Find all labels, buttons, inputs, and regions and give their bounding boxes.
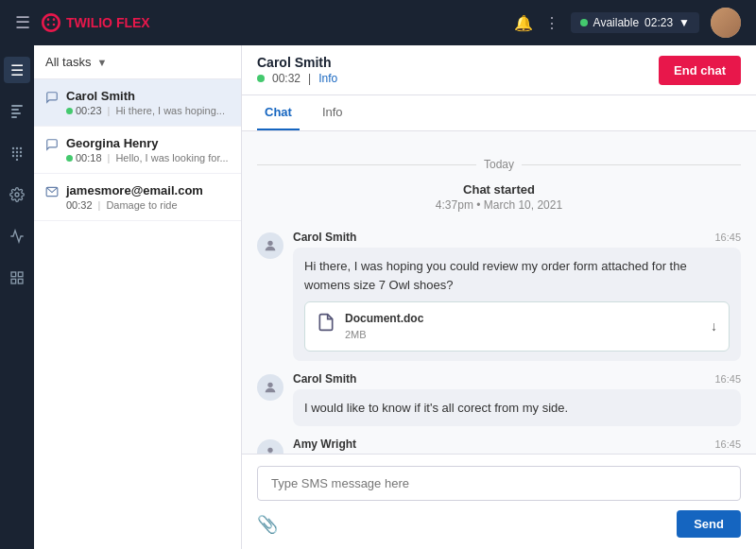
hamburger-icon[interactable]: ☰ xyxy=(15,12,30,33)
message-sender: Amy Wright xyxy=(293,437,356,451)
twilio-logo: TWILIO FLEX xyxy=(42,13,150,32)
svg-rect-0 xyxy=(11,105,23,107)
task-item-carol[interactable]: Carol Smith 00:23 | Hi there, I was hopi… xyxy=(34,79,241,127)
chat-header-meta: 00:32 | Info xyxy=(257,72,337,85)
message-time: 16:45 xyxy=(714,438,741,450)
chat-header: Carol Smith 00:32 | Info End chat xyxy=(242,45,756,95)
svg-rect-18 xyxy=(18,279,23,283)
message-content: Carol Smith 16:45 I would like to know i… xyxy=(293,372,741,427)
sidebar-item-dialpad[interactable] xyxy=(4,140,30,166)
chat-started: Chat started 4:37pm • March 10, 2021 xyxy=(257,182,741,212)
message-header: Carol Smith 16:45 xyxy=(293,231,741,244)
status-dot xyxy=(580,19,588,26)
svg-rect-16 xyxy=(18,272,23,277)
chevron-down-icon: ▼ xyxy=(679,16,690,29)
message-input[interactable] xyxy=(257,466,741,501)
svg-point-7 xyxy=(12,151,14,153)
chat-icon xyxy=(45,91,59,107)
header-separator: | xyxy=(308,72,311,85)
sidebar-item-contacts[interactable] xyxy=(4,98,30,125)
svg-point-8 xyxy=(16,151,18,153)
nav-right: 🔔 ⋮ Available 02:23 ▼ xyxy=(514,8,741,38)
chat-header-info: Carol Smith 00:32 | Info xyxy=(257,55,337,85)
task-item-james[interactable]: jamesmore@email.com 00:32 | Damage to ri… xyxy=(34,174,241,221)
task-meta: 00:18 | Hello, I was looking for... xyxy=(66,152,230,163)
svg-point-14 xyxy=(15,193,19,197)
svg-point-5 xyxy=(16,147,18,149)
message-row: Carol Smith 16:45 I would like to know i… xyxy=(257,372,741,427)
message-row: Carol Smith 16:45 Hi there, I was hoping… xyxy=(257,231,741,361)
sidebar-item-tasks[interactable]: ☰ xyxy=(4,57,30,83)
avatar xyxy=(257,439,284,454)
notification-icon[interactable]: 🔔 xyxy=(514,14,533,32)
chat-icon xyxy=(45,138,59,154)
tasks-panel: All tasks ▼ Carol Smith 00:23 | Hi there… xyxy=(34,45,242,549)
task-preview: Hello, I was looking for... xyxy=(115,152,228,163)
avatar xyxy=(257,232,284,259)
top-navigation: ☰ TWILIO FLEX 🔔 ⋮ Available 02:23 ▼ xyxy=(0,0,756,45)
avatar xyxy=(257,374,284,401)
tasks-header-title: All tasks xyxy=(45,55,91,69)
chat-input-area: 📎 Send xyxy=(242,454,756,549)
email-icon xyxy=(45,185,59,201)
task-item-georgina[interactable]: Georgina Henry 00:18 | Hello, I was look… xyxy=(34,127,241,174)
chat-panel: Carol Smith 00:32 | Info End chat Chat I… xyxy=(242,45,756,549)
file-name: Document.doc xyxy=(345,310,701,327)
task-meta: 00:23 | Hi there, I was hoping... xyxy=(66,105,230,116)
tab-info[interactable]: Info xyxy=(315,95,351,130)
task-meta: 00:32 | Damage to ride xyxy=(66,199,230,211)
svg-rect-1 xyxy=(11,109,19,111)
send-button[interactable]: Send xyxy=(677,510,741,538)
tasks-header: All tasks ▼ xyxy=(34,45,241,79)
status-dot xyxy=(257,75,265,82)
message-sender: Carol Smith xyxy=(293,372,356,386)
file-attachment: Document.doc 2MB ↓ xyxy=(304,301,730,352)
message-time: 16:45 xyxy=(714,373,741,385)
download-icon[interactable]: ↓ xyxy=(711,317,717,336)
separator: | xyxy=(98,199,101,211)
svg-rect-15 xyxy=(11,272,16,277)
task-timer: 00:18 xyxy=(66,152,102,163)
message-content: Amy Wright 16:45 Hi Carol,Thank you for … xyxy=(293,437,741,454)
task-preview: Hi there, I was hoping... xyxy=(115,105,225,116)
chat-input-actions: 📎 Send xyxy=(257,510,741,538)
main-content: ☰ All tasks ▼ Carol Smith xyxy=(0,45,756,549)
message-header: Carol Smith 16:45 xyxy=(293,372,741,386)
sidebar-item-activity[interactable] xyxy=(4,223,30,249)
chat-started-time: 4:37pm • March 10, 2021 xyxy=(257,198,741,212)
end-chat-button[interactable]: End chat xyxy=(659,56,741,85)
info-link[interactable]: Info xyxy=(318,72,337,85)
task-timer: 00:23 xyxy=(66,105,102,116)
status-badge[interactable]: Available 02:23 ▼ xyxy=(571,12,699,33)
file-info: Document.doc 2MB xyxy=(345,310,701,343)
header-timer: 00:32 xyxy=(272,72,301,85)
message-bubble: Hi there, I was hoping you could review … xyxy=(293,248,741,361)
message-sender: Carol Smith xyxy=(293,231,356,244)
message-time: 16:45 xyxy=(714,232,741,243)
nav-left: ☰ TWILIO FLEX xyxy=(15,12,150,33)
tab-chat[interactable]: Chat xyxy=(257,95,300,130)
task-info-georgina: Georgina Henry 00:18 | Hello, I was look… xyxy=(66,136,230,163)
task-timer: 00:32 xyxy=(66,199,93,211)
task-name: Georgina Henry xyxy=(66,136,230,150)
icon-sidebar: ☰ xyxy=(0,45,34,549)
chat-messages: Today Chat started 4:37pm • March 10, 20… xyxy=(242,131,756,454)
svg-point-11 xyxy=(16,155,18,157)
task-name: Carol Smith xyxy=(66,89,230,103)
timer-dot xyxy=(66,155,73,162)
sidebar-item-settings[interactable] xyxy=(4,181,30,208)
svg-rect-3 xyxy=(11,116,17,118)
message-row: Amy Wright 16:45 Hi Carol,Thank you for … xyxy=(257,437,741,454)
grid-icon[interactable]: ⋮ xyxy=(544,14,559,32)
task-name: jamesmore@email.com xyxy=(66,183,230,197)
avatar[interactable] xyxy=(711,8,741,38)
task-info-carol: Carol Smith 00:23 | Hi there, I was hopi… xyxy=(66,89,230,116)
app-title: TWILIO FLEX xyxy=(66,15,150,30)
sidebar-item-add[interactable] xyxy=(4,265,30,291)
task-info-james: jamesmore@email.com 00:32 | Damage to ri… xyxy=(66,183,230,211)
svg-point-22 xyxy=(267,448,272,453)
chat-started-title: Chat started xyxy=(257,182,741,197)
date-divider: Today xyxy=(257,158,741,171)
svg-point-9 xyxy=(20,151,22,153)
attachment-icon[interactable]: 📎 xyxy=(257,514,278,535)
